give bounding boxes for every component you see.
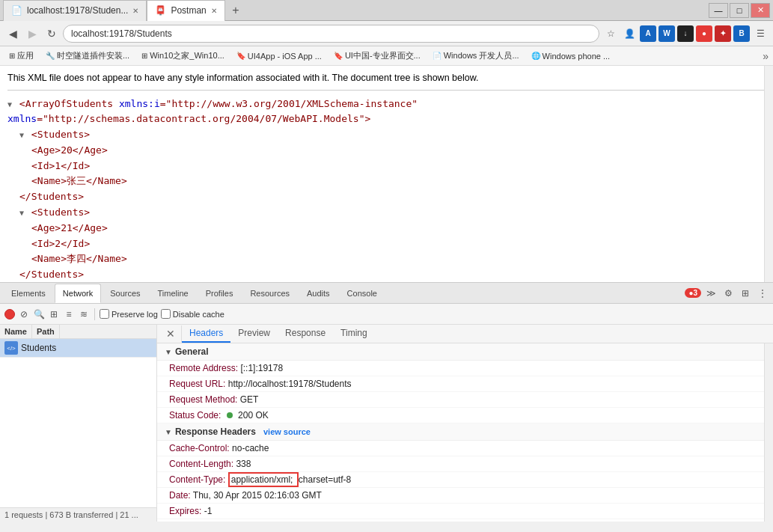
- dock-icon[interactable]: ⊞: [738, 286, 753, 301]
- s1-name: <Name>张三</Name>: [7, 174, 766, 189]
- close-panel-button[interactable]: ✕: [160, 325, 182, 342]
- bookmark-uicn[interactable]: 🔖 UI中国-专业界面交...: [329, 49, 425, 63]
- s1-close: </Students>: [7, 189, 766, 205]
- content-type-highlight: application/xml;: [228, 472, 299, 487]
- options-icon[interactable]: ≋: [78, 308, 90, 320]
- header-request-url: Request URL: http://localhost:19178/Stud…: [157, 376, 773, 392]
- bookmark-ui4app[interactable]: 🔖 UI4App - iOS App ...: [232, 50, 326, 62]
- win10-icon: ⊞: [141, 52, 147, 60]
- new-tab-button[interactable]: +: [225, 0, 246, 21]
- record-button[interactable]: [4, 309, 15, 319]
- students-2: ▼ <Students>: [7, 205, 766, 221]
- tab-browser-close[interactable]: ✕: [132, 7, 138, 15]
- apps-icon: ⊞: [9, 52, 15, 60]
- s2-collapse-arrow[interactable]: ▼: [19, 209, 24, 217]
- req-tab-response[interactable]: Response: [278, 325, 333, 343]
- s2-age: <Age>21</Age>: [7, 221, 766, 236]
- right-panel: ✕ Headers Preview Response Timing ▼ Gene…: [157, 325, 773, 522]
- ext-word-icon[interactable]: W: [659, 25, 675, 42]
- network-filter-icon[interactable]: ⊞: [48, 308, 60, 320]
- header-cache-control: Cache-Control: no-cache: [157, 441, 773, 456]
- bookmark-tunnel[interactable]: 🔧 时空隧道插件安装...: [41, 49, 134, 63]
- tab-browser-label: localhost:19178/Studen...: [27, 5, 128, 16]
- network-panel: Name Path </> Students 1 requests | 673 …: [0, 325, 773, 522]
- response-headers-section-header[interactable]: ▼ Response Headers view source: [157, 424, 773, 441]
- maximize-button[interactable]: □: [730, 3, 749, 18]
- tab-sources[interactable]: Sources: [102, 284, 148, 303]
- req-tab-timing[interactable]: Timing: [333, 325, 375, 343]
- disable-cache-checkbox-label[interactable]: Disable cache: [161, 309, 224, 319]
- request-tabs: ✕ Headers Preview Response Timing: [157, 325, 773, 343]
- ext-translate-icon[interactable]: A: [640, 25, 656, 42]
- header-content-type: Content-Type: application/xml; charset=u…: [157, 472, 773, 488]
- network-toolbar: ⊘ 🔍 ⊞ ≡ ≋ Preserve log Disable cache: [0, 304, 773, 325]
- bookmark-star-icon[interactable]: ☆: [602, 25, 619, 42]
- back-button[interactable]: ◀: [4, 25, 21, 42]
- headers-content: ▼ General Remote Address: [::1]:19178 Re…: [157, 343, 773, 522]
- clear-icon[interactable]: ⊘: [18, 308, 30, 320]
- bookmark-apps-label: 应用: [17, 50, 34, 61]
- devtools-tabs-left: Elements Network Sources Timeline Profil…: [3, 284, 385, 303]
- bookmarks-more-icon[interactable]: »: [763, 50, 769, 62]
- root-collapse-arrow[interactable]: ▼: [7, 100, 12, 108]
- tab-resources[interactable]: Resources: [242, 284, 298, 303]
- filter-icon[interactable]: 🔍: [33, 308, 45, 320]
- minimize-button[interactable]: —: [709, 3, 728, 18]
- xml-info-bar: This XML file does not appear to have an…: [7, 72, 766, 91]
- sort-icon[interactable]: ≡: [63, 308, 75, 320]
- more-icon[interactable]: ⋮: [755, 286, 770, 301]
- xml-scrollbar[interactable]: [764, 66, 773, 282]
- header-expires: Expires: -1: [157, 504, 773, 519]
- profile-icon[interactable]: 👤: [621, 25, 638, 42]
- ext-blue-icon[interactable]: B: [733, 25, 750, 42]
- toolbar-separator: [94, 308, 95, 320]
- general-section-header[interactable]: ▼ General: [157, 343, 773, 361]
- disable-cache-checkbox[interactable]: [161, 309, 171, 319]
- headers-scrollbar[interactable]: [764, 343, 773, 522]
- refresh-button[interactable]: ↻: [43, 25, 60, 42]
- forward-button[interactable]: ▶: [24, 25, 40, 42]
- bookmark-ui4app-label: UI4App - iOS App ...: [248, 52, 322, 61]
- tab-postman-close[interactable]: ✕: [211, 7, 217, 15]
- file-item-students[interactable]: </> Students: [0, 339, 156, 358]
- tab-browser[interactable]: 📄 localhost:19178/Studen... ✕: [3, 0, 147, 21]
- menu-icon[interactable]: ☰: [752, 25, 769, 42]
- tab-console[interactable]: Console: [339, 284, 385, 303]
- close-button[interactable]: ✕: [751, 3, 770, 18]
- toolbar-icons: ☆ 👤 A W ↓ ● ✦ B ☰: [602, 25, 769, 42]
- bookmark-tunnel-label: 时空隧道插件安装...: [57, 50, 129, 61]
- winphone-icon: 🌐: [531, 52, 540, 60]
- preserve-log-checkbox[interactable]: [100, 309, 109, 319]
- bookmark-winphone[interactable]: 🌐 Windows phone ...: [527, 50, 615, 62]
- tab-profiles[interactable]: Profiles: [198, 284, 242, 303]
- view-source-link[interactable]: view source: [263, 427, 311, 436]
- tab-network[interactable]: Network: [55, 284, 101, 303]
- file-list: Name Path </> Students 1 requests | 673 …: [0, 325, 157, 522]
- tab-postman[interactable]: 📮 Postman ✕: [147, 0, 224, 21]
- students-1: ▼ <Students>: [7, 127, 766, 143]
- tab-browser-icon: 📄: [11, 5, 22, 16]
- req-tab-preview[interactable]: Preview: [230, 325, 278, 343]
- tab-timeline[interactable]: Timeline: [150, 284, 197, 303]
- expand-icon[interactable]: ≫: [703, 286, 718, 301]
- address-input[interactable]: [63, 25, 599, 43]
- s1-collapse-arrow[interactable]: ▼: [19, 131, 24, 139]
- window-controls: — □ ✕: [709, 3, 770, 18]
- header-status-code: Status Code: 200 OK: [157, 408, 773, 424]
- req-tab-headers[interactable]: Headers: [182, 325, 230, 343]
- tab-elements[interactable]: Elements: [3, 284, 54, 303]
- ext-download-icon[interactable]: ↓: [677, 25, 694, 42]
- header-date: Date: Thu, 30 Apr 2015 02:16:03 GMT: [157, 488, 773, 504]
- preserve-log-checkbox-label[interactable]: Preserve log: [100, 309, 158, 319]
- bookmark-uicn-label: UI中国-专业界面交...: [345, 50, 421, 61]
- ext-red2-icon[interactable]: ✦: [715, 25, 731, 42]
- header-content-length: Content-Length: 338: [157, 456, 773, 472]
- bookmark-win10[interactable]: ⊞ Win10之家_Win10...: [137, 49, 229, 63]
- settings-icon[interactable]: ⚙: [721, 286, 736, 301]
- col-path: Path: [32, 325, 60, 338]
- bookmark-apps[interactable]: ⊞ 应用: [4, 49, 38, 63]
- disable-cache-label: Disable cache: [173, 310, 224, 319]
- bookmark-windev[interactable]: 📄 Windows 开发人员...: [428, 49, 524, 63]
- tab-audits[interactable]: Audits: [299, 284, 338, 303]
- ext-red1-icon[interactable]: ●: [696, 25, 712, 42]
